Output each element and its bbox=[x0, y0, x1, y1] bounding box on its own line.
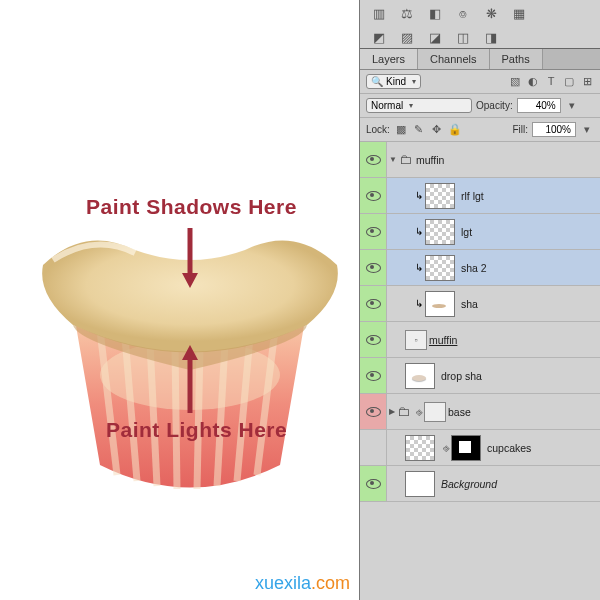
adj5-icon[interactable]: ◨ bbox=[482, 30, 500, 46]
layer-thumb bbox=[425, 183, 455, 209]
layer-list: ▼🗀muffin↳rlf lgt↳lgt↳sha 2↳sha▫muffindro… bbox=[360, 142, 600, 502]
svg-marker-10 bbox=[182, 273, 198, 288]
visibility-toggle[interactable] bbox=[360, 142, 387, 177]
chevron-down-icon[interactable]: ▾ bbox=[565, 99, 579, 113]
layer-name[interactable]: muffin bbox=[429, 334, 457, 346]
layer-row[interactable]: ↳rlf lgt bbox=[360, 178, 600, 214]
clip-icon: ↳ bbox=[413, 298, 425, 309]
tab-channels[interactable]: Channels bbox=[418, 49, 489, 69]
layer-thumb bbox=[405, 435, 435, 461]
fill-label: Fill: bbox=[512, 124, 528, 135]
layer-name[interactable]: muffin bbox=[416, 154, 444, 166]
layer-name[interactable]: rlf lgt bbox=[461, 190, 484, 202]
layer-name[interactable]: drop sha bbox=[441, 370, 482, 382]
layer-name[interactable]: base bbox=[448, 406, 471, 418]
panel-iconrow-1: ▥⚖◧⌾❋▦ bbox=[360, 0, 600, 24]
clip-icon: ↳ bbox=[413, 226, 425, 237]
visibility-toggle[interactable] bbox=[360, 286, 387, 321]
eye-icon bbox=[366, 335, 381, 345]
layer-name[interactable]: sha 2 bbox=[461, 262, 487, 274]
rgb-icon[interactable]: ❋ bbox=[482, 6, 500, 22]
layer-name[interactable]: lgt bbox=[461, 226, 472, 238]
contrast-icon[interactable]: ◧ bbox=[426, 6, 444, 22]
camera-icon[interactable]: ⌾ bbox=[454, 6, 472, 22]
lock-all-icon[interactable]: 🔒 bbox=[448, 123, 462, 137]
layer-row[interactable]: drop sha bbox=[360, 358, 600, 394]
layers-panel: ▥⚖◧⌾❋▦ ◩▨◪◫◨ Layers Channels Paths 🔍 Kin… bbox=[359, 0, 600, 600]
layer-thumb bbox=[425, 291, 455, 317]
layer-thumb bbox=[425, 219, 455, 245]
visibility-toggle[interactable] bbox=[360, 322, 387, 357]
eye-icon bbox=[366, 371, 381, 381]
arrow-up-icon bbox=[180, 345, 200, 413]
disclosure-icon[interactable]: ▼ bbox=[387, 155, 399, 164]
lock-paint-icon[interactable]: ✎ bbox=[412, 123, 426, 137]
layer-thumb bbox=[425, 255, 455, 281]
watermark: xuexila.com bbox=[255, 573, 350, 594]
histogram-icon[interactable]: ▥ bbox=[370, 6, 388, 22]
layer-row[interactable]: ▶🗀⎆base bbox=[360, 394, 600, 430]
eye-icon bbox=[366, 407, 381, 417]
visibility-toggle[interactable] bbox=[360, 358, 387, 393]
adj2-icon[interactable]: ▨ bbox=[398, 30, 416, 46]
visibility-toggle[interactable] bbox=[360, 466, 387, 501]
layer-name[interactable]: cupcakes bbox=[487, 442, 531, 454]
light-annotation: Paint Lights Here bbox=[106, 418, 287, 442]
layer-thumb bbox=[405, 471, 435, 497]
mask-thumb bbox=[424, 402, 446, 422]
panel-tabs: Layers Channels Paths bbox=[360, 48, 600, 70]
lock-label: Lock: bbox=[366, 124, 390, 135]
panel-iconrow-2: ◩▨◪◫◨ bbox=[360, 24, 600, 48]
filter-adjust-icon[interactable]: ◐ bbox=[526, 75, 540, 89]
eye-icon bbox=[366, 263, 381, 273]
balance-icon[interactable]: ⚖ bbox=[398, 6, 416, 22]
blend-mode-select[interactable]: Normal bbox=[366, 98, 472, 113]
opacity-label: Opacity: bbox=[476, 100, 513, 111]
adj1-icon[interactable]: ◩ bbox=[370, 30, 388, 46]
filter-type-icon[interactable]: T bbox=[544, 75, 558, 89]
fill-input[interactable]: 100% bbox=[532, 122, 576, 137]
layer-name[interactable]: sha bbox=[461, 298, 478, 310]
layer-name[interactable]: Background bbox=[441, 478, 497, 490]
filter-kind-select[interactable]: 🔍 Kind bbox=[366, 74, 421, 89]
mask-thumb bbox=[451, 435, 481, 461]
visibility-toggle[interactable] bbox=[360, 214, 387, 249]
link-icon: ⎆ bbox=[414, 406, 424, 418]
adj3-icon[interactable]: ◪ bbox=[426, 30, 444, 46]
folder-icon: 🗀 bbox=[399, 152, 412, 167]
lock-move-icon[interactable]: ✥ bbox=[430, 123, 444, 137]
layer-row[interactable]: ↳sha bbox=[360, 286, 600, 322]
shadow-annotation: Paint Shadows Here bbox=[86, 195, 297, 219]
eye-icon bbox=[366, 227, 381, 237]
chevron-down-icon[interactable]: ▾ bbox=[580, 123, 594, 137]
visibility-toggle[interactable] bbox=[360, 430, 387, 465]
lock-transparent-icon[interactable]: ▩ bbox=[394, 123, 408, 137]
eye-icon bbox=[366, 155, 381, 165]
tab-layers[interactable]: Layers bbox=[360, 49, 418, 69]
layer-row[interactable]: Background bbox=[360, 466, 600, 502]
smart-thumb: ▫ bbox=[405, 330, 427, 350]
eye-icon bbox=[366, 191, 381, 201]
layer-row[interactable]: ↳lgt bbox=[360, 214, 600, 250]
visibility-toggle[interactable] bbox=[360, 394, 387, 429]
clip-icon: ↳ bbox=[413, 190, 425, 201]
layer-row[interactable]: ▼🗀muffin bbox=[360, 142, 600, 178]
layer-thumb bbox=[405, 363, 435, 389]
filter-image-icon[interactable]: ▧ bbox=[508, 75, 522, 89]
layer-row[interactable]: ↳sha 2 bbox=[360, 250, 600, 286]
grid-icon[interactable]: ▦ bbox=[510, 6, 528, 22]
layer-row[interactable]: ▫muffin bbox=[360, 322, 600, 358]
visibility-toggle[interactable] bbox=[360, 250, 387, 285]
canvas-area: Paint Shadows Here Paint Lights Here bbox=[0, 0, 360, 570]
disclosure-icon[interactable]: ▶ bbox=[387, 407, 397, 416]
visibility-toggle[interactable] bbox=[360, 178, 387, 213]
filter-smart-icon[interactable]: ⊞ bbox=[580, 75, 594, 89]
tab-paths[interactable]: Paths bbox=[490, 49, 543, 69]
eye-icon bbox=[366, 299, 381, 309]
opacity-input[interactable]: 40% bbox=[517, 98, 561, 113]
adj4-icon[interactable]: ◫ bbox=[454, 30, 472, 46]
arrow-down-icon bbox=[180, 228, 200, 288]
layer-row[interactable]: ⎆cupcakes bbox=[360, 430, 600, 466]
filter-shape-icon[interactable]: ▢ bbox=[562, 75, 576, 89]
clip-icon: ↳ bbox=[413, 262, 425, 273]
